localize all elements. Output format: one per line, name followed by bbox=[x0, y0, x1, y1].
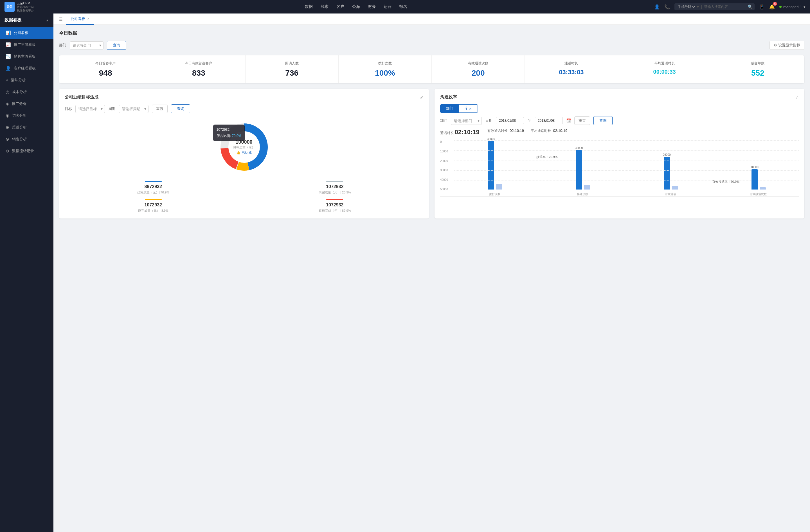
stat-value-5: 03:33:03 bbox=[529, 69, 613, 76]
comm-reset-button[interactable]: 重置 bbox=[574, 116, 590, 125]
donut-chart-area: 1072932 所占比例: 70.9% bbox=[65, 119, 423, 175]
main-nav: 数据 线索 客户 公海 财务 运营 报名 bbox=[58, 4, 654, 9]
today-query-button[interactable]: 查询 bbox=[107, 41, 126, 50]
stat-deals: 成交单数 552 bbox=[711, 55, 804, 83]
phone-icon[interactable]: 📞 bbox=[664, 4, 670, 10]
sidebar: 数据看板 ▲ 📊 公司看板 📈 推广主管看板 📉 销售主管看板 👤 客户经理看板… bbox=[0, 14, 53, 532]
goal-expand-icon[interactable]: ⤢ bbox=[420, 95, 423, 100]
goal-period-select-wrapper: 请选择周期 bbox=[119, 105, 148, 113]
nav-ops[interactable]: 运营 bbox=[384, 4, 391, 9]
time-stat-value-1: 02:10:19 bbox=[509, 129, 524, 133]
goal-panel-title: 公司业绩目标达成 bbox=[65, 95, 98, 100]
stat-label-5: 通话时长 bbox=[529, 61, 613, 66]
nav-finance[interactable]: 财务 bbox=[368, 4, 376, 9]
bar-eff-connect-small bbox=[760, 187, 766, 189]
settings-button[interactable]: ⚙ 设置显示指标 bbox=[770, 41, 804, 50]
stat-label-7: 成交单数 bbox=[716, 61, 800, 66]
nav-customers[interactable]: 客户 bbox=[336, 4, 344, 9]
bar-value-dial: 43000 bbox=[487, 137, 495, 140]
stat-value-7: 552 bbox=[716, 69, 800, 78]
comm-panel-header: 沟通效率 ⤢ bbox=[440, 95, 799, 100]
comm-expand-icon[interactable]: ⤢ bbox=[795, 95, 799, 100]
comm-tab-personal[interactable]: 个人 bbox=[459, 105, 477, 113]
bottom-panels: 公司业绩目标达成 ⤢ 目标 请选择目标 周期 请选择 bbox=[59, 89, 804, 218]
comm-date-to[interactable] bbox=[535, 117, 563, 124]
search-input[interactable] bbox=[704, 5, 746, 9]
time-stat-value-2: 02:10:19 bbox=[553, 129, 568, 133]
search-icon[interactable]: 🔍 bbox=[748, 4, 752, 9]
goal-target-label: 目标 bbox=[65, 106, 72, 111]
sidebar-item-sales-manager[interactable]: 📉 销售主管看板 bbox=[0, 51, 53, 63]
bars-row-0: 43000 bbox=[487, 137, 502, 189]
comm-tab-group: 部门 个人 bbox=[440, 104, 478, 113]
user-dropdown-icon[interactable]: ▾ bbox=[804, 5, 806, 9]
donut-center-value: 100000 bbox=[233, 139, 255, 145]
nav-register[interactable]: 报名 bbox=[399, 4, 407, 9]
person-icon[interactable]: 👤 bbox=[654, 4, 660, 10]
legend-label-should: 应完成量（元）| 8.9% bbox=[65, 209, 242, 213]
nav-right: 👤 📞 手机号码 ▾ | 🔍 📱 🔔 5 manager11 ▾ bbox=[654, 3, 806, 10]
goal-target-select[interactable]: 请选择目标 bbox=[75, 105, 105, 113]
sidebar-item-label: 销售主管看板 bbox=[14, 54, 36, 59]
sidebar-item-sales-analysis[interactable]: ⊗ 销售分析 bbox=[0, 133, 53, 145]
stat-label-4: 有效通话次数 bbox=[436, 61, 520, 66]
bar-group-dial: 43000 拨打次数 bbox=[454, 137, 535, 196]
filter-left: 部门 请选择部门 查询 bbox=[59, 41, 126, 50]
goal-period-select[interactable]: 请选择周期 bbox=[119, 105, 148, 113]
y-label-0: 0 bbox=[440, 140, 448, 144]
comm-date-from[interactable] bbox=[496, 117, 524, 124]
bar-chart: 50000 40000 30000 20000 10000 0 bbox=[440, 140, 799, 197]
top-nav: 云朵 云朵CRM 教育机构一站 托服务云平台 数据 线索 客户 公海 财务 运营… bbox=[0, 0, 810, 14]
comm-dept-select[interactable]: 请选择部门 bbox=[451, 117, 482, 125]
bar-light-eff-connect bbox=[760, 187, 766, 189]
goal-query-button[interactable]: 查询 bbox=[171, 104, 190, 113]
goal-period-label: 周期 bbox=[108, 106, 116, 111]
sidebar-collapse-icon[interactable]: ▲ bbox=[46, 18, 49, 22]
time-stat-label-2: 平均通话时长 bbox=[531, 129, 551, 133]
sidebar-item-cost[interactable]: ◎ 成本分析 bbox=[0, 86, 53, 98]
nav-sea[interactable]: 公海 bbox=[352, 4, 360, 9]
sidebar-item-label: 销售分析 bbox=[12, 137, 27, 142]
goal-reset-button[interactable]: 重置 bbox=[152, 105, 168, 113]
bar-blue-eff-connect bbox=[751, 169, 758, 189]
comm-query-button[interactable]: 查询 bbox=[594, 116, 613, 125]
legend-completed: 8972932 已完成量（元）| 70.9% bbox=[65, 181, 242, 195]
tab-label: 公司看板 bbox=[70, 16, 85, 21]
sidebar-item-label: 推广分析 bbox=[12, 101, 27, 106]
time-stat-avg: 平均通话时长 02:10:19 bbox=[531, 129, 567, 136]
sidebar-item-funnel[interactable]: ⑂ 漏斗分析 bbox=[0, 74, 53, 86]
notification-bell[interactable]: 🔔 5 bbox=[769, 4, 775, 10]
sidebar-item-channel[interactable]: ⊕ 渠道分析 bbox=[0, 121, 53, 133]
sidebar-item-company-board[interactable]: 📊 公司看板 bbox=[0, 27, 53, 39]
dept-select[interactable]: 请选择部门 bbox=[70, 41, 103, 49]
tab-menu-icon[interactable]: ☰ bbox=[59, 17, 63, 21]
stat-value-3: 100% bbox=[343, 69, 427, 78]
bar-group-connect: 接通率：70.9% 35000 bbox=[542, 147, 623, 196]
goal-target-select-wrapper: 请选择目标 bbox=[75, 105, 105, 113]
y-label-4: 40000 bbox=[440, 178, 448, 181]
legend-label-exceeded: 超额完成（元）| 89.9% bbox=[246, 209, 424, 213]
stat-label-1: 今日有效首咨客户 bbox=[157, 61, 241, 66]
sidebar-item-promo-analysis[interactable]: ◈ 推广分析 bbox=[0, 98, 53, 110]
tab-close-icon[interactable]: ✕ bbox=[87, 17, 90, 20]
sidebar-item-promo-manager[interactable]: 📈 推广主管看板 bbox=[0, 39, 53, 51]
sales-manager-icon: 📉 bbox=[6, 54, 11, 59]
device-icon[interactable]: 📱 bbox=[759, 4, 765, 10]
stat-value-0: 948 bbox=[64, 69, 147, 78]
sidebar-item-data-flow[interactable]: ⊘ 数据流转记录 bbox=[0, 145, 53, 157]
stat-value-2: 736 bbox=[250, 69, 334, 78]
tab-company-board[interactable]: 公司看板 ✕ bbox=[66, 14, 94, 25]
comm-tab-dept[interactable]: 部门 bbox=[440, 105, 459, 113]
stat-effective-calls: 有效通话次数 200 bbox=[432, 55, 525, 83]
logo-text: 云朵CRM 教育机构一站 托服务云平台 bbox=[17, 1, 34, 12]
nav-leads[interactable]: 线索 bbox=[321, 4, 328, 9]
sidebar-item-customer-manager[interactable]: 👤 客户经理看板 bbox=[0, 63, 53, 74]
nav-data[interactable]: 数据 bbox=[305, 4, 313, 9]
sidebar-item-visitor[interactable]: ◉ 访客分析 bbox=[0, 110, 53, 121]
time-stat-total: 通话时长 02:10:19 bbox=[440, 129, 481, 136]
calendar-icon[interactable]: 📅 bbox=[566, 118, 571, 123]
time-stat-label-0: 通话时长 bbox=[440, 131, 454, 135]
search-filter-select[interactable]: 手机号码 bbox=[677, 4, 696, 9]
stat-first-consult: 今日首咨客户 948 bbox=[59, 55, 152, 83]
funnel-icon: ⑂ bbox=[6, 78, 8, 83]
